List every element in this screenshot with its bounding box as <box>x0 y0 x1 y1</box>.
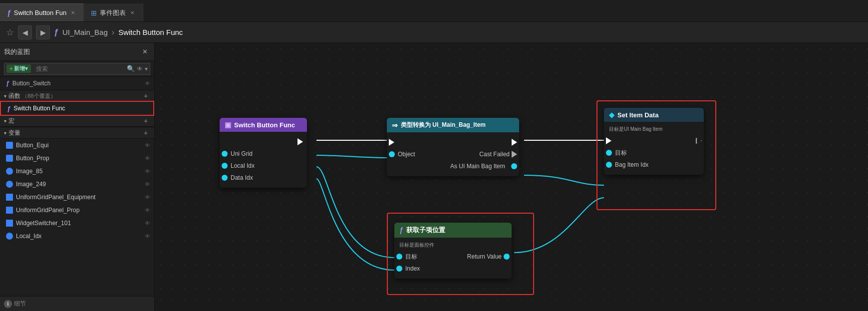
object-pin <box>389 151 395 157</box>
add-button[interactable]: + 新增▾ <box>6 64 31 73</box>
item-label: WidgetSwitcher_101 <box>16 220 71 227</box>
forward-button[interactable]: ▶ <box>36 25 50 39</box>
node-subtitle-set: 目标是UI Main Bag Item <box>604 126 704 135</box>
toggle-icon[interactable]: ▾ <box>4 93 6 99</box>
section-functions: ▾ 函数 （88个覆盖） + <box>0 90 154 102</box>
search-row: + 新增▾ 🔍 👁 ▾ <box>0 61 154 77</box>
return-value-pin <box>504 254 510 260</box>
exec-set-row <box>604 135 704 147</box>
uni-grid-pin <box>222 151 228 157</box>
sidebar-close-icon[interactable]: ✕ <box>139 46 150 57</box>
tab-label: Switch Button Fun <box>14 9 67 16</box>
as-ui-pin <box>511 163 517 169</box>
favorite-icon[interactable]: ☆ <box>6 27 14 38</box>
node-set-item-data[interactable]: ◆ Set Item Data 目标是UI Main Bag Item 目标 <box>604 108 704 175</box>
item-eye[interactable]: 👁 <box>145 181 150 187</box>
breadcrumb-parent[interactable]: UI_Main_Bag <box>62 28 108 36</box>
object-cast-failed-row: Object Cast Failed <box>387 148 519 160</box>
item-eye[interactable]: 👁 <box>145 233 150 239</box>
sidebar-item-image-85[interactable]: Image_85 👁 <box>0 165 154 178</box>
item-label: Button_Prop <box>16 155 49 162</box>
node-title-set: Set Item Data <box>617 111 658 119</box>
item-eye-icon[interactable]: 👁 <box>145 80 150 86</box>
sidebar-bottom[interactable]: ℹ 细节 <box>0 296 154 311</box>
breadcrumb-separator: › <box>112 28 114 37</box>
data-idx-row: Data Idx <box>220 172 307 184</box>
sidebar-item-button-prop[interactable]: Button_Prop 👁 <box>0 152 154 165</box>
item-eye[interactable]: 👁 <box>145 194 150 200</box>
sidebar-item-local-idx[interactable]: Local_Idx 👁 <box>0 230 154 243</box>
cast-failed-pin <box>512 151 517 158</box>
sidebar-item-button-switch[interactable]: ƒ Button_Switch 👁 <box>0 77 154 90</box>
item-eye[interactable]: 👁 <box>145 207 150 213</box>
gc-target-label: 目标 <box>405 253 417 261</box>
node-body-get-child: 目标是面板控件 目标 Return Value Index <box>394 238 512 279</box>
as-ui-main-row: As UI Main Bag Item <box>387 160 519 172</box>
node-switch-button-func[interactable]: ▣ Switch Button Func Uni Grid Local Idx <box>220 118 307 188</box>
target-pin <box>606 150 612 156</box>
sidebar-item-uniform-prop[interactable]: UniformGridPanel_Prop 👁 <box>0 204 154 217</box>
node-body-switch: Uni Grid Local Idx Data Idx <box>220 132 307 188</box>
node-header-set: ◆ Set Item Data <box>604 108 704 122</box>
tab-event-close-btn[interactable]: ✕ <box>129 9 136 16</box>
breadcrumb-bar: ☆ ◀ ▶ ƒ UI_Main_Bag › Switch Button Func <box>0 22 868 43</box>
bag-item-idx-row: Bag Item Idx <box>604 159 704 171</box>
sidebar-item-image-249[interactable]: Image_249 👁 <box>0 178 154 191</box>
local-idx-pin <box>222 163 228 169</box>
gc-target-pin <box>396 254 402 260</box>
tab-event-chart[interactable]: ⊞ 事件图表 ✕ <box>84 3 143 21</box>
cast-failed-label: Cast Failed <box>479 151 510 158</box>
details-label: 细节 <box>14 300 26 308</box>
node-body-cast: Object Cast Failed As UI Main Bag Item <box>387 132 519 176</box>
var-color-box <box>6 181 13 188</box>
sidebar-item-widget-switcher[interactable]: WidgetSwitcher_101 👁 <box>0 217 154 230</box>
var-add-btn[interactable]: + <box>141 128 150 137</box>
node-header-get-child: ƒ 获取子项位置 <box>394 223 512 238</box>
exec-out-pin-cast <box>512 139 517 146</box>
new-label: 新增▾ <box>14 65 28 72</box>
search-icon[interactable]: 🔍 <box>127 65 135 72</box>
item-label: Local_Idx <box>16 233 41 240</box>
macro-label: 宏 <box>8 117 139 125</box>
local-idx-label: Local Idx <box>231 162 255 169</box>
item-eye[interactable]: 👁 <box>145 220 150 226</box>
target-row: 目标 <box>604 147 704 159</box>
section-add-button[interactable]: + <box>141 91 150 100</box>
sidebar-item-uniform-equip[interactable]: UniformGridPanel_Equipment 👁 <box>0 191 154 204</box>
tab-bar: ƒ Switch Button Fun ✕ ⊞ 事件图表 ✕ <box>0 0 868 22</box>
var-toggle[interactable]: ▾ <box>4 130 6 136</box>
exec-in-pin-cast <box>389 139 394 146</box>
macro-toggle[interactable]: ▾ <box>4 118 6 124</box>
sidebar-item-switch-button-func[interactable]: ƒ Switch Button Func <box>1 102 153 115</box>
section-variables: ▾ 变量 + <box>0 127 154 139</box>
tab-close-btn[interactable]: ✕ <box>69 9 76 16</box>
item-label: Button_Equi <box>16 142 48 149</box>
node-canvas[interactable]: ▣ Switch Button Func Uni Grid Local Idx <box>155 43 868 311</box>
local-idx-row: Local Idx <box>220 160 307 172</box>
info-icon: ℹ <box>4 300 12 308</box>
tab-switch-button-fun[interactable]: ƒ Switch Button Fun ✕ <box>0 3 84 21</box>
item-eye[interactable]: 👁 <box>145 168 150 174</box>
sidebar-item-button-equi[interactable]: Button_Equi 👁 <box>0 139 154 152</box>
main-area: 我的蓝图 ✕ + 新增▾ 🔍 👁 ▾ ƒ Button_Switch 👁 <box>0 43 868 311</box>
item-label: Image_249 <box>16 181 46 188</box>
node-header-switch: ▣ Switch Button Func <box>220 118 307 132</box>
var-color-box <box>6 220 13 227</box>
var-label: 变量 <box>8 129 139 137</box>
macro-add-btn[interactable]: + <box>141 116 150 125</box>
node-title-get-child: 获取子项位置 <box>406 226 445 235</box>
item-eye[interactable]: 👁 <box>145 142 150 148</box>
node-cast[interactable]: ⇒ 类型转换为 UI_Main_Bag_Item Object Cast Fai… <box>387 118 519 176</box>
func-icon: ƒ <box>7 105 10 112</box>
item-eye[interactable]: 👁 <box>145 155 150 161</box>
node-header-cast: ⇒ 类型转换为 UI_Main_Bag_Item <box>387 118 519 132</box>
item-label: UniformGridPanel_Equipment <box>16 194 95 201</box>
back-button[interactable]: ◀ <box>18 25 32 39</box>
tab-event-label: 事件图表 <box>100 8 126 17</box>
var-color-box <box>6 194 13 201</box>
node-get-child-pos[interactable]: ƒ 获取子项位置 目标是面板控件 目标 Return Value <box>394 223 512 279</box>
menu-icon[interactable]: ▾ <box>145 65 148 72</box>
exec-in-pin-set <box>606 137 611 144</box>
eye-icon[interactable]: 👁 <box>137 65 143 72</box>
search-input[interactable] <box>33 64 125 73</box>
